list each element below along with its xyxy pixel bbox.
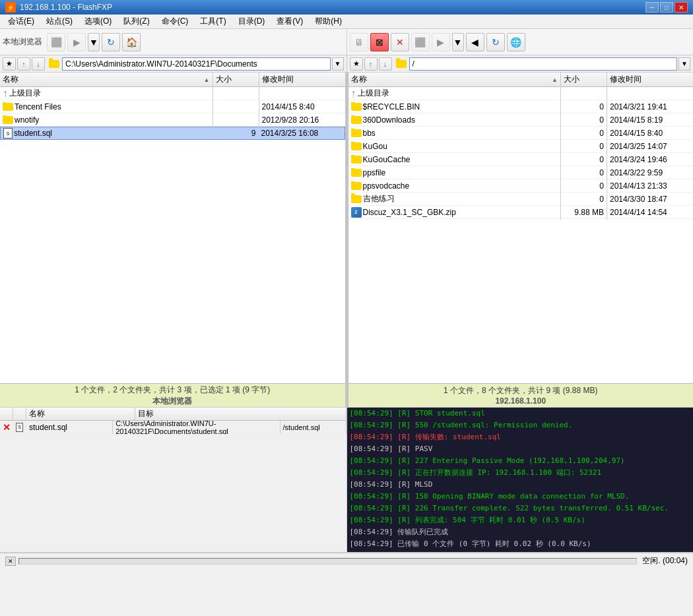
local-col-date-header[interactable]: 修改时间 xyxy=(259,73,345,87)
local-panel-label: 本地浏览器 xyxy=(152,396,192,407)
r-date: 2014/4/13 21:33 xyxy=(607,179,693,193)
r-size: 9.88 MB xyxy=(561,205,607,220)
local-size-wnotify xyxy=(213,113,259,127)
remote-globe-btn[interactable]: 🌐 xyxy=(507,33,525,51)
local-col-size-header[interactable]: 大小 xyxy=(213,73,259,87)
remote-row-kugou[interactable]: KuGou 0 2014/3/25 14:07 xyxy=(348,140,694,153)
menu-tools[interactable]: 工具(T) xyxy=(195,15,231,29)
remote-col-size-header[interactable]: 大小 xyxy=(561,73,607,87)
r-date xyxy=(607,87,693,101)
remote-col-name-header[interactable]: 名称 ▲ xyxy=(348,73,562,87)
local-date-tencent: 2014/4/15 8:40 xyxy=(259,100,345,114)
remote-path-input[interactable] xyxy=(409,57,678,71)
menu-view[interactable]: 查看(V) xyxy=(271,15,308,29)
queue-log-area: 名称 目标 ✕ S student.sql C:\Users\Administr… xyxy=(0,408,693,553)
remote-back-btn[interactable]: ◀ xyxy=(466,33,484,51)
local-refresh-btn[interactable]: ↻ xyxy=(102,33,120,51)
menu-command[interactable]: 命令(C) xyxy=(156,15,194,29)
local-stop-btn: ⬛ xyxy=(47,33,65,51)
list-item: ppsfile xyxy=(363,168,386,177)
queue-status-icon: ✕ xyxy=(0,421,13,434)
local-addr-bookmark[interactable]: ★ xyxy=(3,57,16,71)
remote-panel-label: 192.168.1.100 xyxy=(495,396,546,406)
remote-row-discuz[interactable]: Z Discuz_X3.1_SC_GBK.zip 9.88 MB 2014/4/… xyxy=(348,206,694,219)
folder-icon xyxy=(351,182,362,190)
remote-row-recycle[interactable]: $RECYCLE.BIN 0 2014/3/21 19:41 xyxy=(348,100,694,113)
file-icon: S xyxy=(3,128,13,139)
log-line: [08:54:29] [R] 227 Entering Passive Mode… xyxy=(347,455,694,467)
list-item: 吉他练习 xyxy=(363,193,395,204)
log-line: [08:54:29] [R] 226 Transfer complete. 52… xyxy=(347,503,694,514)
log-panel: [08:54:29] [R] STOR student.sql [08:54:2… xyxy=(347,408,694,552)
local-row-student-sql[interactable]: S student.sql 9 2014/3/25 16:08 xyxy=(0,127,345,140)
remote-row-kugoucache[interactable]: KuGouCache 0 2014/3/24 19:46 xyxy=(348,153,694,166)
minimize-button[interactable]: ─ xyxy=(645,2,659,13)
remote-refresh-btn[interactable]: ↻ xyxy=(486,33,505,51)
close-button[interactable]: ✕ xyxy=(675,2,688,13)
folder-icon xyxy=(351,156,362,164)
remote-addr-down[interactable]: ↓ xyxy=(379,57,392,71)
r-date: 2014/3/22 9:59 xyxy=(607,166,693,180)
list-item: wnotify xyxy=(15,115,39,125)
r-size: 0 xyxy=(561,100,607,114)
remote-col-date-header[interactable]: 修改时间 xyxy=(607,73,693,87)
menu-session[interactable]: 会话(E) xyxy=(3,15,40,29)
local-date-parent xyxy=(259,87,345,101)
local-row-wnotify[interactable]: wnotify 2012/9/28 20:16 xyxy=(0,113,345,127)
menu-directory[interactable]: 目录(D) xyxy=(233,15,271,29)
remote-row-ppsfile[interactable]: ppsfile 0 2014/3/22 9:59 xyxy=(348,166,694,179)
window-title: 192.168.1.100 - FlashFXP xyxy=(20,3,112,12)
local-dropdown-btn[interactable]: ▼ xyxy=(88,33,100,51)
folder-icon xyxy=(351,103,362,111)
remote-row-ppsvod[interactable]: ppsvodcache 0 2014/4/13 21:33 xyxy=(348,179,694,193)
progress-bar xyxy=(18,558,637,565)
remote-row-guitar[interactable]: 吉他练习 0 2014/3/30 18:47 xyxy=(348,193,694,206)
remote-disconnect-btn[interactable]: ⊠ xyxy=(370,33,389,51)
local-file-list: ↑ 上级目录 Tencent Files 2014/4/15 8:40 xyxy=(0,87,345,383)
list-item: 上级目录 xyxy=(9,88,41,99)
local-row-tencent[interactable]: Tencent Files 2014/4/15 8:40 xyxy=(0,100,345,113)
local-parent-dir[interactable]: ↑ 上级目录 xyxy=(0,87,345,100)
local-addr-down[interactable]: ↓ xyxy=(32,57,45,71)
local-addr-up[interactable]: ↑ xyxy=(17,57,30,71)
remote-addr-up[interactable]: ↑ xyxy=(364,57,378,71)
local-path-input[interactable] xyxy=(62,57,331,71)
remote-toolbar: 🖥 ⊠ ✕ ⬛ ▶ ▼ ◀ ↻ 🌐 xyxy=(347,29,694,55)
r-size: 0 xyxy=(561,192,607,206)
local-size-parent xyxy=(213,87,259,101)
remote-connect-btn: 🖥 xyxy=(350,33,368,51)
title-bar: ⚡ 192.168.1.100 - FlashFXP ─ □ ✕ xyxy=(0,0,693,15)
log-line: [08:54:29] [R] 正在打开数据连接 IP: 192.168.1.10… xyxy=(347,467,694,479)
folder-icon xyxy=(3,103,13,111)
list-item: KuGou xyxy=(363,142,387,151)
list-item: student.sql xyxy=(14,129,52,138)
local-date-wnotify: 2012/9/28 20:16 xyxy=(259,113,345,127)
remote-path-dropdown[interactable]: ▼ xyxy=(678,57,690,71)
log-line: [08:54:29] [R] MLSD xyxy=(347,479,694,491)
local-col-name-header[interactable]: 名称 ▲ xyxy=(0,73,213,87)
remote-parent-dir[interactable]: ↑上级目录 xyxy=(348,87,694,100)
remote-dropdown-btn[interactable]: ▼ xyxy=(452,33,464,51)
local-path-dropdown[interactable]: ▼ xyxy=(332,57,344,71)
menu-sites[interactable]: 站点(S) xyxy=(41,15,78,29)
r-size: 0 xyxy=(561,166,607,180)
folder-icon xyxy=(3,116,13,124)
remote-row-bbs[interactable]: bbs 0 2014/4/15 8:40 xyxy=(348,127,694,140)
remote-address-bar: ★ ↑ ↓ ▼ xyxy=(347,55,694,72)
remote-row-360[interactable]: 360Downloads 0 2014/4/15 8:19 xyxy=(348,113,694,127)
remote-addr-bookmark[interactable]: ★ xyxy=(350,57,363,71)
local-toolbar: 本地浏览器 ⬛ ▶ ▼ ↻ 🏠 xyxy=(0,29,347,55)
file-panels: 名称 ▲ 大小 修改时间 ↑ 上级目录 xyxy=(0,73,693,408)
local-file-header: 名称 ▲ 大小 修改时间 xyxy=(0,73,345,87)
queue-dest-path: /student.sql xyxy=(280,421,346,434)
remote-cancel-btn[interactable]: ✕ xyxy=(391,33,409,51)
queue-row[interactable]: ✕ S student.sql C:\Users\Administrator.W… xyxy=(0,421,346,434)
list-item: 360Downloads xyxy=(363,115,415,125)
remote-sort-arrow: ▲ xyxy=(552,77,558,83)
menu-help[interactable]: 帮助(H) xyxy=(310,15,347,29)
sort-arrow: ▲ xyxy=(204,77,210,83)
menu-options[interactable]: 选项(O) xyxy=(79,15,117,29)
maximize-button[interactable]: □ xyxy=(660,2,673,13)
menu-queue[interactable]: 队列(Z) xyxy=(118,15,154,29)
local-home-btn[interactable]: 🏠 xyxy=(122,33,141,51)
